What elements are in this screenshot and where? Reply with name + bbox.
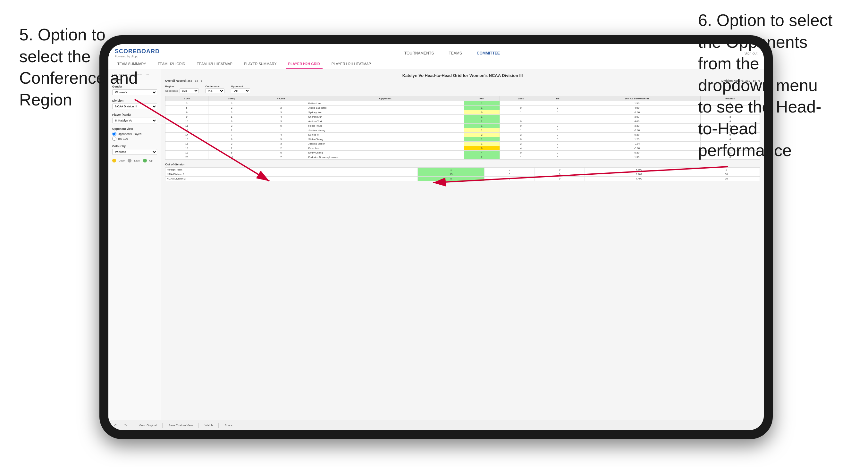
cell-opponent: Jessica Mason	[307, 142, 464, 146]
cell-loss: 0	[500, 124, 542, 128]
app-content: SCOREBOARD Powered by clippd TOURNAMENTS…	[108, 44, 764, 430]
undo-btn[interactable]: ↺	[112, 423, 119, 428]
cell-reg: 7	[208, 133, 255, 137]
cell-diff: 3.67	[573, 115, 700, 119]
subnav-player-h2h-heatmap[interactable]: PLAYER H2H HEATMAP	[329, 61, 374, 69]
watch-btn[interactable]: Watch	[203, 423, 215, 428]
region-label: Region	[165, 85, 199, 88]
cell-div: 15	[165, 137, 209, 142]
cell-tie: 0	[542, 155, 573, 160]
view-original-btn[interactable]: View: Original	[137, 423, 158, 428]
cell-out-win: 15	[418, 172, 485, 177]
cell-reg: 2	[208, 142, 255, 146]
legend-up-dot	[143, 159, 147, 162]
right-content: Katelyn Vo Head-to-Head Grid for Women's…	[161, 69, 764, 420]
table-row: 20 11 7 Federica Domecq Lacroze 2 1 0 1.…	[165, 155, 760, 160]
cell-tie: 0	[542, 128, 573, 133]
cell-opponent: Sydney Kuo	[307, 110, 464, 115]
cell-out-rounds: 30	[693, 172, 760, 177]
cell-div: 13	[165, 128, 209, 133]
col-win: Win	[464, 96, 500, 101]
cell-diff: 1.50	[573, 101, 700, 106]
opponent-filter-label: Opponent	[231, 85, 250, 88]
cell-out-rounds: 2	[693, 168, 760, 172]
table-row: 3 3 1 Esther Lee 1 1.50 4	[165, 101, 760, 106]
cell-opponent: Esther Lee	[307, 101, 464, 106]
redo-btn[interactable]: ↻	[123, 423, 129, 428]
cell-div: 3	[165, 101, 209, 106]
cell-reg: 11	[208, 155, 255, 160]
nav-tournaments[interactable]: TOURNAMENTS	[402, 50, 436, 57]
col-opponent: Opponent	[307, 96, 464, 101]
top-nav: SCOREBOARD Powered by clippd TOURNAMENTS…	[108, 44, 764, 69]
cell-out-tie: 0	[534, 177, 585, 181]
legend-level-label: Level	[134, 159, 140, 162]
cell-reg: 1	[208, 115, 255, 119]
cell-tie: 0	[542, 142, 573, 146]
cell-win: 1	[464, 128, 500, 133]
cell-diff: -3.00	[573, 128, 700, 133]
cell-loss: 0	[500, 137, 542, 142]
table-row: 10 6 3 Andrea York 2 0 4.00 4	[165, 119, 760, 124]
nav-committee[interactable]: COMMITTEE	[474, 50, 502, 57]
cell-win: 1	[464, 124, 500, 128]
subnav-player-summary[interactable]: PLAYER SUMMARY	[242, 61, 279, 69]
cell-tie	[542, 119, 573, 124]
toolbar-sep3	[198, 423, 199, 428]
cell-out-tie: 0	[534, 168, 585, 172]
radio-top100[interactable]: Top 100	[112, 136, 157, 141]
cell-win: 0	[464, 110, 500, 115]
conference-filter-group: Conference (All)	[205, 85, 224, 93]
cell-div: 6	[165, 110, 209, 115]
cell-diff: 1.33	[573, 155, 700, 160]
conference-select[interactable]: (All)	[205, 89, 224, 93]
cell-loss	[500, 115, 542, 119]
cell-reg: 3	[208, 110, 255, 115]
sub-nav: TEAM SUMMARY TEAM H2H GRID TEAM H2H HEAT…	[115, 61, 757, 69]
region-filter-group: Region Opponents: (All)	[165, 85, 199, 93]
cell-div: 18	[165, 146, 209, 151]
cell-opponent: Andrea York	[307, 119, 464, 124]
table-row: 14 7 4 Eunice Yi 2 2 0 0.38 9	[165, 133, 760, 137]
player-rank-select[interactable]: 8. Katelyn Vo	[112, 118, 157, 123]
player-rank-label: Player (Rank)	[112, 113, 157, 116]
cell-out-rounds: 10	[693, 177, 760, 181]
cell-out-diff: 7.400	[585, 177, 693, 181]
cell-div: 16	[165, 142, 209, 146]
cell-conf: 4	[255, 115, 307, 119]
subnav-team-h2h-heatmap[interactable]: TEAM H2H HEATMAP	[194, 61, 235, 69]
color-legend: Down Level Up	[112, 159, 157, 162]
radio-opponents-played[interactable]: Opponents Played	[112, 132, 157, 136]
overall-record: Overall Record: 353 - 34 - 6	[165, 79, 202, 82]
opponent-select[interactable]: (All)	[231, 89, 250, 93]
region-select[interactable]: (All)	[180, 89, 199, 93]
subnav-player-h2h-grid[interactable]: PLAYER H2H GRID	[286, 61, 322, 69]
cell-opponent: Heejo Hyun	[307, 124, 464, 128]
bottom-toolbar: ↺ ↻ View: Original Save Custom View Watc…	[108, 420, 764, 430]
col-diff: Diff Av Strokes/Rnd	[573, 96, 700, 101]
report-title: Katelyn Vo Head-to-Head Grid for Women's…	[165, 73, 760, 78]
opponent-view-section: Opponent view Opponents Played Top 100	[112, 127, 157, 141]
toolbar-sep4	[218, 423, 219, 428]
colour-by-select[interactable]: Win/loss	[112, 149, 157, 155]
cell-div: 9	[165, 115, 209, 119]
cell-reg: 8	[208, 137, 255, 142]
share-btn[interactable]: Share	[222, 423, 234, 428]
cell-diff: -1.00	[573, 110, 700, 115]
cell-tie	[542, 101, 573, 106]
table-row: 6 3 3 Sydney Kuo 0 1 0 -1.00 3	[165, 110, 760, 115]
subnav-team-h2h-grid[interactable]: TEAM H2H GRID	[155, 61, 188, 69]
cell-diff: 4.00	[573, 119, 700, 124]
save-custom-btn[interactable]: Save Custom View	[166, 423, 195, 428]
cell-div: 11	[165, 124, 209, 128]
table-row: 13 1 1 Jessica Huang 1 1 0 -3.00 2	[165, 128, 760, 133]
nav-teams[interactable]: TEAMS	[446, 50, 464, 57]
cell-win: 1	[464, 115, 500, 119]
cell-win: 2	[464, 133, 500, 137]
cell-loss	[500, 101, 542, 106]
cell-out-diff: 4.500	[585, 168, 693, 172]
cell-out-win: 5	[418, 177, 485, 181]
filter-section: Region Opponents: (All) Conference	[165, 85, 760, 93]
table-row: 11 2 5 Heejo Hyun 1 0 0 3.33 3	[165, 124, 760, 128]
cell-out-tie: 0	[534, 172, 585, 177]
